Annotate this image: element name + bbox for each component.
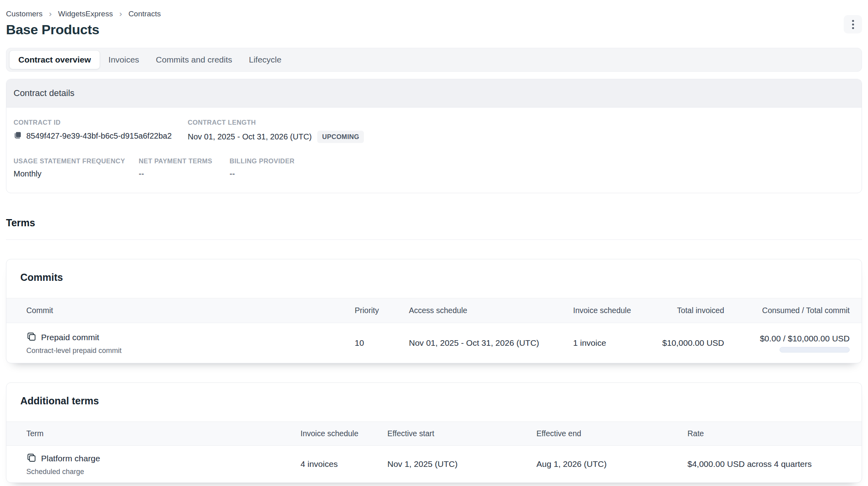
tab-contract-overview[interactable]: Contract overview bbox=[9, 50, 100, 69]
breadcrumb-contracts[interactable]: Contracts bbox=[128, 10, 161, 18]
column-header-term: Term bbox=[26, 429, 300, 438]
column-header-access-schedule: Access schedule bbox=[409, 306, 573, 315]
square-stack-icon bbox=[26, 453, 37, 465]
column-header-consumed-total-commit: Consumed / Total commit bbox=[724, 306, 850, 315]
copy-icon[interactable] bbox=[14, 131, 22, 141]
invoice-schedule-cell: 1 invoice bbox=[573, 338, 653, 348]
term-subtitle: Scheduled charge bbox=[26, 468, 300, 476]
field-label: Billing provider bbox=[230, 157, 295, 165]
commits-card: Commits Commit Priority Access schedule … bbox=[6, 259, 862, 363]
page-title: Base Products bbox=[6, 22, 862, 37]
term-cell: Platform charge Scheduled charge bbox=[26, 453, 300, 476]
section-divider bbox=[6, 239, 862, 240]
contract-details-header: Contract details bbox=[6, 79, 862, 108]
tab-invoices[interactable]: Invoices bbox=[100, 51, 147, 69]
table-row-platform-charge[interactable]: Platform charge Scheduled charge 4 invoi… bbox=[6, 446, 862, 482]
contract-details-card: Contract details Contract ID 8549f427-9e… bbox=[6, 79, 862, 193]
contract-details-body: Contract ID 8549f427-9e39-43bf-b6c5-d915… bbox=[6, 108, 862, 193]
column-header-effective-start: Effective start bbox=[387, 429, 536, 438]
field-label: Contract length bbox=[188, 119, 364, 126]
field-billing-provider: Billing provider -- bbox=[230, 157, 295, 178]
net-payment-terms-value: -- bbox=[139, 169, 230, 178]
column-header-invoice-schedule: Invoice schedule bbox=[300, 429, 387, 438]
contract-id-value: 8549f427-9e39-43bf-b6c5-d915a6f22ba2 bbox=[26, 131, 172, 141]
effective-end-cell: Aug 1, 2026 (UTC) bbox=[536, 459, 687, 469]
additional-terms-card: Additional terms Term Invoice schedule E… bbox=[6, 382, 862, 483]
term-name-link[interactable]: Platform charge bbox=[41, 454, 100, 463]
invoice-schedule-cell: 4 invoices bbox=[300, 459, 387, 469]
column-header-total-invoiced: Total invoiced bbox=[653, 306, 724, 315]
billing-provider-value: -- bbox=[230, 169, 295, 178]
field-net-payment-terms: Net payment terms -- bbox=[139, 157, 230, 178]
breadcrumb-widgetsexpress[interactable]: WidgetsExpress bbox=[58, 10, 113, 18]
column-header-priority: Priority bbox=[355, 306, 409, 315]
chevron-right-icon: › bbox=[119, 9, 122, 19]
field-contract-id: Contract ID 8549f427-9e39-43bf-b6c5-d915… bbox=[14, 119, 188, 143]
tab-bar: Contract overview Invoices Commits and c… bbox=[6, 48, 862, 72]
additional-terms-table-header: Term Invoice schedule Effective start Ef… bbox=[6, 421, 862, 446]
contract-overview-page: Customers › WidgetsExpress › Contracts B… bbox=[0, 0, 868, 486]
usage-statement-frequency-value: Monthly bbox=[14, 169, 139, 178]
field-label: Usage statement frequency bbox=[14, 157, 139, 165]
commits-title: Commits bbox=[6, 259, 862, 298]
field-usage-statement-frequency: Usage statement frequency Monthly bbox=[14, 157, 139, 178]
consumed-total-cell: $0.00 / $10,000.00 USD bbox=[724, 334, 850, 353]
commit-subtitle: Contract-level prepaid commit bbox=[26, 347, 355, 355]
total-invoiced-cell: $10,000.00 USD bbox=[653, 338, 724, 348]
field-contract-length: Contract length Nov 01, 2025 - Oct 31, 2… bbox=[188, 119, 364, 143]
kebab-vertical-icon bbox=[852, 20, 854, 29]
chevron-right-icon: › bbox=[49, 9, 52, 19]
commit-progress-bar bbox=[780, 347, 850, 353]
commits-table-header: Commit Priority Access schedule Invoice … bbox=[6, 298, 862, 323]
column-header-rate: Rate bbox=[687, 429, 850, 438]
column-header-invoice-schedule: Invoice schedule bbox=[573, 306, 653, 315]
field-label: Contract ID bbox=[14, 119, 188, 126]
tab-commits-and-credits[interactable]: Commits and credits bbox=[147, 51, 240, 69]
consumed-total-value: $0.00 / $10,000.00 USD bbox=[760, 334, 850, 343]
column-header-effective-end: Effective end bbox=[536, 429, 687, 438]
effective-start-cell: Nov 1, 2025 (UTC) bbox=[387, 459, 536, 469]
table-row-prepaid-commit[interactable]: Prepaid commit Contract-level prepaid co… bbox=[6, 323, 862, 363]
square-stack-icon bbox=[26, 331, 37, 344]
overflow-menu-button[interactable] bbox=[844, 15, 862, 33]
rate-cell: $4,000.00 USD across 4 quarters bbox=[687, 459, 850, 469]
priority-cell: 10 bbox=[355, 338, 409, 348]
commit-name-link[interactable]: Prepaid commit bbox=[41, 333, 99, 342]
breadcrumb: Customers › WidgetsExpress › Contracts bbox=[6, 9, 862, 19]
column-header-commit: Commit bbox=[26, 306, 355, 315]
status-badge: UPCOMING bbox=[317, 131, 364, 143]
tab-lifecycle[interactable]: Lifecycle bbox=[241, 51, 290, 69]
breadcrumb-customers[interactable]: Customers bbox=[6, 10, 43, 18]
field-label: Net payment terms bbox=[139, 157, 230, 165]
terms-heading: Terms bbox=[6, 217, 862, 229]
access-schedule-cell: Nov 01, 2025 - Oct 31, 2026 (UTC) bbox=[409, 338, 573, 348]
additional-terms-title: Additional terms bbox=[6, 383, 862, 421]
commit-cell: Prepaid commit Contract-level prepaid co… bbox=[26, 331, 355, 355]
contract-length-value: Nov 01, 2025 - Oct 31, 2026 (UTC) bbox=[188, 132, 312, 141]
